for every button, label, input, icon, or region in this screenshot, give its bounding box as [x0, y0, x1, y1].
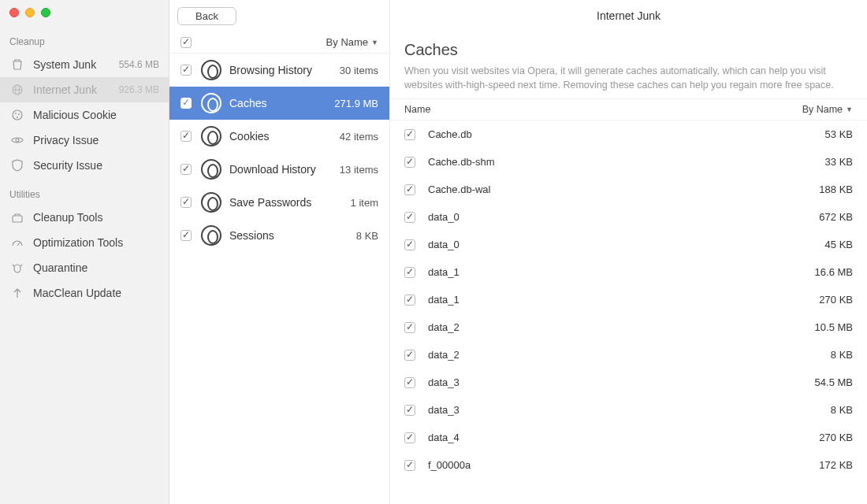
- file-name: Cache.db-shm: [428, 156, 825, 168]
- category-row-caches[interactable]: Caches271.9 MB: [169, 87, 389, 120]
- file-row[interactable]: f_00000a172 KB: [390, 451, 867, 479]
- svg-line-9: [17, 243, 20, 246]
- category-value: 8 KB: [356, 230, 378, 242]
- file-checkbox[interactable]: [404, 184, 415, 195]
- back-button[interactable]: Back: [177, 7, 236, 25]
- close-window-button[interactable]: [9, 8, 19, 17]
- file-size: 16.6 MB: [815, 266, 853, 278]
- file-checkbox[interactable]: [404, 460, 415, 471]
- category-header: By Name ▼: [169, 32, 389, 54]
- file-row[interactable]: data_4270 KB: [390, 424, 867, 451]
- sidebar-item-internet-junk[interactable]: Internet Junk926.3 MB: [0, 77, 169, 102]
- detail-header: Caches When you visit websites via Opera…: [390, 32, 867, 98]
- category-sort-dropdown[interactable]: By Name ▼: [326, 36, 378, 48]
- file-table-header: Name By Name ▼: [390, 98, 867, 120]
- category-row-browsing-history[interactable]: Browsing History30 items: [169, 54, 389, 87]
- category-row-download-history[interactable]: Download History13 items: [169, 153, 389, 186]
- sidebar-item-label: System Junk: [33, 58, 119, 71]
- file-name: data_3: [428, 404, 831, 416]
- file-row[interactable]: data_045 KB: [390, 231, 867, 258]
- sidebar-item-label: Malicious Cookie: [33, 109, 159, 121]
- file-checkbox[interactable]: [404, 405, 415, 416]
- file-size: 33 KB: [825, 156, 853, 168]
- file-checkbox[interactable]: [404, 295, 415, 306]
- zoom-window-button[interactable]: [41, 8, 50, 17]
- file-size: 188 KB: [819, 183, 853, 195]
- file-checkbox[interactable]: [404, 239, 415, 250]
- file-size: 54.5 MB: [815, 376, 853, 388]
- file-row[interactable]: Cache.db-wal188 KB: [390, 176, 867, 203]
- category-checkbox[interactable]: [180, 230, 192, 241]
- file-name: data_4: [428, 432, 819, 443]
- category-label: Sessions: [229, 229, 356, 242]
- detail-description: When you visit websites via Opera, it wi…: [404, 64, 853, 92]
- file-checkbox[interactable]: [404, 267, 415, 278]
- file-row[interactable]: data_28 KB: [390, 341, 867, 369]
- sidebar-item-system-junk[interactable]: System Junk554.6 MB: [0, 52, 169, 77]
- svg-point-4: [15, 113, 17, 114]
- mid-toolbar: Back: [169, 0, 389, 32]
- browser-icon: [201, 93, 221, 113]
- category-checkbox[interactable]: [180, 65, 192, 76]
- file-size: 172 KB: [819, 459, 853, 471]
- gauge-icon: [9, 236, 25, 249]
- category-value: 13 items: [340, 164, 378, 176]
- file-list[interactable]: Cache.db53 KBCache.db-shm33 KBCache.db-w…: [390, 120, 867, 504]
- file-row[interactable]: data_354.5 MB: [390, 369, 867, 396]
- file-checkbox[interactable]: [404, 322, 415, 333]
- category-label: Save Passwords: [229, 196, 351, 209]
- file-checkbox[interactable]: [404, 212, 415, 223]
- sidebar-item-macclean-update[interactable]: MacClean Update: [0, 280, 169, 306]
- sidebar-item-optimization-tools[interactable]: Optimization Tools: [0, 230, 169, 255]
- svg-point-7: [16, 139, 19, 142]
- sidebar-item-privacy-issue[interactable]: Privacy Issue: [0, 128, 169, 153]
- detail-panel: Internet Junk Caches When you visit webs…: [390, 0, 867, 504]
- browser-icon: [201, 159, 221, 180]
- file-name: Cache.db: [428, 128, 825, 140]
- category-row-cookies[interactable]: Cookies42 items: [169, 120, 389, 153]
- sidebar-item-security-issue[interactable]: Security Issue: [0, 153, 169, 178]
- sidebar-item-label: Privacy Issue: [33, 134, 159, 146]
- file-name: f_00000a: [428, 459, 819, 471]
- category-row-sessions[interactable]: Sessions8 KB: [169, 219, 389, 252]
- file-checkbox[interactable]: [404, 432, 415, 443]
- file-size: 8 KB: [831, 404, 853, 416]
- file-row[interactable]: Cache.db53 KB: [390, 120, 867, 148]
- globe-icon: [9, 83, 25, 96]
- file-sort-dropdown[interactable]: By Name ▼: [802, 104, 853, 115]
- sidebar-item-cleanup-tools[interactable]: Cleanup Tools: [0, 205, 169, 230]
- file-row[interactable]: data_0672 KB: [390, 203, 867, 231]
- file-name: data_0: [428, 211, 819, 223]
- file-row[interactable]: data_210.5 MB: [390, 313, 867, 341]
- category-value: 30 items: [340, 65, 378, 76]
- file-row[interactable]: Cache.db-shm33 KB: [390, 148, 867, 176]
- category-checkbox[interactable]: [180, 197, 192, 208]
- category-checkbox[interactable]: [180, 164, 192, 175]
- select-all-categories-checkbox[interactable]: [180, 37, 192, 48]
- sidebar-item-malicious-cookie[interactable]: Malicious Cookie: [0, 102, 169, 128]
- detail-title: Caches: [404, 41, 853, 59]
- arrow-up-icon: [9, 287, 25, 299]
- sidebar-item-quarantine[interactable]: Quarantine: [0, 255, 169, 280]
- sidebar-item-value: 926.3 MB: [119, 84, 159, 95]
- file-size: 270 KB: [819, 432, 853, 443]
- file-checkbox[interactable]: [404, 129, 415, 140]
- file-row[interactable]: data_116.6 MB: [390, 258, 867, 286]
- file-checkbox[interactable]: [404, 157, 415, 168]
- file-checkbox[interactable]: [404, 377, 415, 388]
- category-checkbox[interactable]: [180, 131, 192, 142]
- file-checkbox[interactable]: [404, 350, 415, 361]
- category-checkbox[interactable]: [180, 98, 192, 109]
- chevron-down-icon: ▼: [371, 39, 378, 46]
- file-name: data_1: [428, 294, 819, 306]
- bug-icon: [9, 261, 25, 274]
- sidebar-section-label: Cleanup: [0, 25, 169, 52]
- sidebar-item-value: 554.6 MB: [119, 59, 159, 70]
- browser-icon: [201, 126, 221, 146]
- file-row[interactable]: data_38 KB: [390, 396, 867, 424]
- file-size: 45 KB: [825, 239, 853, 250]
- file-row[interactable]: data_1270 KB: [390, 286, 867, 313]
- category-row-save-passwords[interactable]: Save Passwords1 item: [169, 186, 389, 219]
- file-name: Cache.db-wal: [428, 183, 819, 195]
- minimize-window-button[interactable]: [25, 8, 35, 17]
